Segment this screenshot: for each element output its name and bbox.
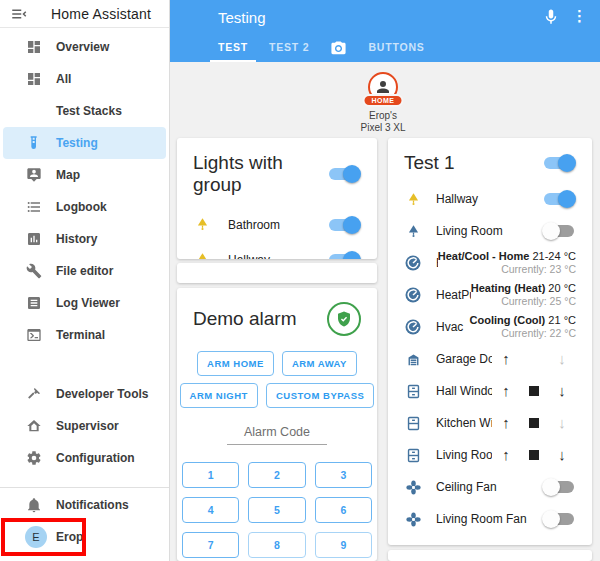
- entity-label: Hvac: [436, 320, 470, 334]
- dashboard-content: HOME Erop's Pixel 3 XL Lights with group…: [170, 62, 600, 561]
- tab-camera[interactable]: [322, 34, 355, 62]
- entity-toggle[interactable]: [542, 509, 576, 529]
- card-title: Test 1: [404, 152, 455, 174]
- window-icon[interactable]: [404, 446, 422, 464]
- entity-toggle[interactable]: [542, 221, 576, 241]
- sidebar-item-profile[interactable]: E Erop: [0, 521, 169, 553]
- sidebar-item-all[interactable]: All: [0, 63, 169, 95]
- overflow-menu-icon[interactable]: ⋮: [572, 7, 587, 25]
- sidebar-item-testing[interactable]: Testing: [3, 127, 166, 159]
- fan-icon[interactable]: [404, 478, 422, 496]
- window-icon[interactable]: [404, 382, 422, 400]
- climate-currently: Currently: 22 °C: [470, 327, 576, 340]
- climate-target: 21-24 °C: [532, 250, 576, 262]
- thermostat-icon[interactable]: [404, 318, 422, 336]
- sidebar-item-configuration[interactable]: Configuration: [0, 442, 169, 474]
- keypad-2[interactable]: 2: [248, 462, 305, 488]
- keypad-6[interactable]: 6: [315, 497, 372, 523]
- status-badge: HOME: [363, 94, 404, 107]
- entity-row-bathroom: Bathroom: [193, 207, 361, 242]
- sidebar-divider: [0, 487, 169, 488]
- lamp-icon[interactable]: [193, 251, 211, 260]
- cover-stop-button[interactable]: [520, 414, 548, 432]
- sidebar-item-file-editor[interactable]: File editor: [0, 255, 169, 287]
- lamp-icon[interactable]: [404, 222, 422, 240]
- entity-toggle[interactable]: [327, 215, 361, 235]
- sidebar-item-label: History: [56, 232, 97, 246]
- arm-away-button[interactable]: ARM AWAY: [282, 351, 357, 376]
- microphone-icon[interactable]: [542, 8, 560, 26]
- group-toggle[interactable]: [327, 164, 361, 184]
- sidebar-spacer: [0, 351, 169, 378]
- sidebar-item-log-viewer[interactable]: Log Viewer: [0, 287, 169, 319]
- sidebar-item-history[interactable]: History: [0, 223, 169, 255]
- cover-close-button[interactable]: ↓: [548, 414, 576, 432]
- cover-close-button[interactable]: ↓: [548, 382, 576, 400]
- sidebar-item-developer-tools[interactable]: Developer Tools: [0, 378, 169, 410]
- chart-box-icon: [25, 230, 43, 248]
- sidebar-item-test-stacks[interactable]: Test Stacks: [0, 95, 169, 127]
- sidebar-item-map[interactable]: Map: [0, 159, 169, 191]
- climate-target: 21 °C: [548, 314, 576, 326]
- entity-row-hallway: Hallway: [193, 242, 361, 259]
- sidebar-item-label: Terminal: [56, 328, 105, 342]
- entity-label: Living Room Fan: [436, 512, 542, 526]
- sidebar-item-terminal[interactable]: Terminal: [0, 319, 169, 351]
- fan-icon[interactable]: [404, 510, 422, 528]
- document-icon: [25, 294, 43, 312]
- group-toggle[interactable]: [542, 153, 576, 173]
- keypad-7[interactable]: 7: [182, 532, 239, 558]
- cover-close-button[interactable]: ↓: [548, 350, 576, 368]
- window-icon[interactable]: [404, 414, 422, 432]
- entity-toggle[interactable]: [542, 189, 576, 209]
- keypad-3[interactable]: 3: [315, 462, 372, 488]
- thermostat-icon[interactable]: [404, 286, 422, 304]
- cover-open-button[interactable]: ↑: [492, 446, 520, 464]
- cover-open-button[interactable]: ↑: [492, 414, 520, 432]
- cover-open-button[interactable]: ↑: [492, 382, 520, 400]
- garage-icon[interactable]: [404, 350, 422, 368]
- entity-label: Hallway: [228, 253, 327, 260]
- cover-open-button[interactable]: ↑: [492, 350, 520, 368]
- keypad-9[interactable]: 9: [315, 532, 372, 558]
- climate-state[interactable]: Heat/Cool - Home 21-24 °C Currently: 23 …: [438, 250, 576, 276]
- lamp-icon[interactable]: [193, 216, 211, 234]
- climate-state[interactable]: Cooling (Cool) 21 °C Currently: 22 °C: [470, 314, 576, 340]
- climate-state[interactable]: Heating (Heat) 20 °C Currently: 25 °C: [471, 282, 576, 308]
- app-bar: Testing ⋮ TEST TEST 2 BUTTONS: [170, 0, 600, 62]
- entity-label: Garage Door: [436, 352, 492, 366]
- entity-label: Hall Window: [436, 384, 492, 398]
- entity-label: Bathroom: [228, 218, 327, 232]
- menu-toggle-icon[interactable]: [9, 4, 29, 24]
- person-badge[interactable]: HOME Erop's Pixel 3 XL: [170, 62, 600, 136]
- keypad-1[interactable]: 1: [182, 462, 239, 488]
- cover-controls: ↑ ↓: [492, 350, 576, 368]
- cover-stop-button[interactable]: [520, 446, 548, 464]
- sidebar-item-label: Log Viewer: [56, 296, 120, 310]
- custom-bypass-button[interactable]: CUSTOM BYPASS: [266, 383, 375, 408]
- tab-test[interactable]: TEST: [210, 35, 256, 62]
- arm-home-button[interactable]: ARM HOME: [197, 351, 274, 376]
- cover-close-button[interactable]: ↓: [548, 446, 576, 464]
- keypad-5[interactable]: 5: [248, 497, 305, 523]
- thermostat-icon[interactable]: [404, 254, 422, 272]
- person-name-line2: Pixel 3 XL: [323, 122, 443, 134]
- keypad-4[interactable]: 4: [182, 497, 239, 523]
- keypad-8[interactable]: 8: [248, 532, 305, 558]
- sidebar-item-label: Supervisor: [56, 419, 119, 433]
- entity-toggle[interactable]: [327, 250, 361, 260]
- cover-stop-button[interactable]: [520, 382, 548, 400]
- entity-toggle[interactable]: [542, 477, 576, 497]
- climate-mode: Cooling (Cool): [470, 314, 546, 326]
- sidebar-item-notifications[interactable]: Notifications: [0, 489, 169, 521]
- arm-night-button[interactable]: ARM NIGHT: [180, 383, 258, 408]
- sidebar-item-overview[interactable]: Overview: [0, 31, 169, 63]
- alarm-code-input[interactable]: Alarm Code: [227, 425, 327, 445]
- tab-test-2[interactable]: TEST 2: [261, 35, 317, 62]
- sidebar-item-supervisor[interactable]: Supervisor: [0, 410, 169, 442]
- tooltip-account-icon: [25, 166, 43, 184]
- lamp-icon[interactable]: [404, 190, 422, 208]
- tab-buttons[interactable]: BUTTONS: [360, 35, 432, 62]
- entity-row-living-room: Living Room: [404, 215, 576, 247]
- sidebar-item-logbook[interactable]: Logbook: [0, 191, 169, 223]
